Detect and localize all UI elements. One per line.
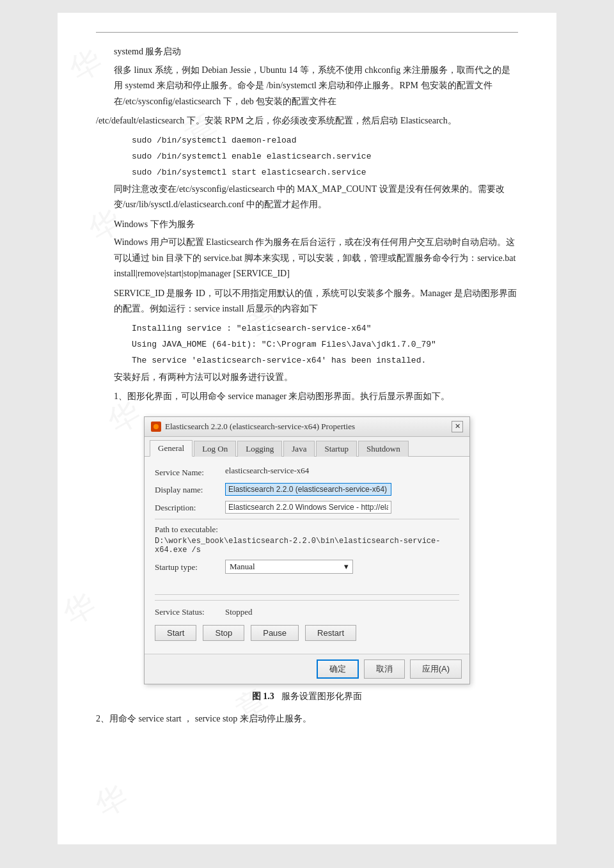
output-line-3: The service 'elasticsearch-service-x64' … (132, 353, 518, 368)
action-buttons-row: Start Stop Pause Restart (155, 625, 459, 641)
para-systemd-1: 很多 linux 系统，例如 Debian Jessie，Ubuntu 14 等… (114, 63, 518, 110)
cmd-start: sudo /bin/systemctl start elasticsearch.… (132, 165, 518, 180)
display-name-row: Display name: (155, 483, 459, 496)
dialog-titlebar: Elasticsearch 2.2.0 (elasticsearch-servi… (145, 417, 469, 437)
description-row: Description: (155, 501, 459, 514)
status-section: Service Status: Stopped Start Stop Pause… (155, 600, 459, 641)
display-name-input[interactable] (225, 483, 391, 496)
tab-general[interactable]: General (150, 440, 193, 457)
app-icon-svg (153, 423, 159, 430)
section-systemd-title: systemd 服务启动 (114, 44, 518, 60)
output-line-1: Installing service : "elasticsearch-serv… (132, 321, 518, 336)
divider-2 (155, 594, 459, 595)
para-windows-2: SERVICE_ID 是服务 ID，可以不用指定用默认的值，系统可以安装多个服务… (114, 286, 518, 317)
service-name-value: elasticsearch-service-x64 (225, 466, 309, 476)
tab-logon[interactable]: Log On (194, 441, 236, 457)
stop-button[interactable]: Stop (203, 625, 244, 641)
dialog-footer: 确定 取消 应用(A) (145, 654, 469, 684)
para-windows-1: Windows 用户可以配置 Elasticsearch 作为服务在后台运行，或… (114, 235, 518, 282)
output-line-2: Using JAVA_HOME (64-bit): "C:\Program Fi… (132, 337, 518, 352)
dialog-title-text: Elasticsearch 2.2.0 (elasticsearch-servi… (165, 422, 355, 432)
pause-button[interactable]: Pause (251, 625, 299, 641)
service-name-label: Service Name: (155, 466, 225, 478)
para-fig-intro: 1、图形化界面，可以用命令 service manager 来启动图形界面。执行… (114, 389, 518, 405)
para-systemd-3: 同时注意改变在/etc/sysconfig/elasticsearch 中的 M… (114, 182, 518, 213)
startup-type-row: Startup type: Manual ▾ (155, 560, 459, 574)
divider-1 (155, 519, 459, 519)
tab-java[interactable]: Java (283, 441, 315, 457)
service-status-label: Service Status: (155, 607, 225, 617)
tab-startup[interactable]: Startup (316, 441, 357, 457)
para-systemd-2: /etc/default/elasticsearch 下。安装 RPM 之后，你… (96, 113, 518, 129)
cmd-enable: sudo /bin/systemctl enable elasticsearch… (132, 149, 518, 164)
cancel-button[interactable]: 取消 (364, 659, 405, 679)
dialog-wrapper: Elasticsearch 2.2.0 (elasticsearch-servi… (96, 416, 518, 684)
output-line-4: 安装好后，有两种方法可以对服务进行设置。 (114, 370, 518, 386)
cmd-daemon-reload: sudo /bin/systemctl daemon-reload (132, 133, 518, 148)
dialog-title-left: Elasticsearch 2.2.0 (elasticsearch-servi… (151, 422, 355, 432)
top-divider (96, 32, 518, 33)
svg-point-0 (154, 424, 159, 429)
service-status-row: Service Status: Stopped (155, 607, 459, 617)
startup-type-label: Startup type: (155, 560, 225, 572)
ok-button[interactable]: 确定 (317, 659, 359, 679)
description-label: Description: (155, 501, 225, 513)
figure-text: 服务设置图形化界面 (281, 691, 362, 701)
dialog-tabs: General Log On Logging Java Startup Shut… (145, 437, 469, 457)
description-input[interactable] (225, 501, 391, 514)
figure-number: 图 1.3 (252, 691, 274, 701)
startup-type-selected: Manual (230, 562, 255, 572)
restart-button[interactable]: Restart (305, 625, 356, 641)
para-final: 2、用命令 service start ， service stop 来启动停止… (96, 711, 518, 727)
path-value: D:\work\es_book\elasticsearch-2.2.0\bin\… (155, 537, 459, 555)
start-button[interactable]: Start (155, 625, 196, 641)
tab-logging[interactable]: Logging (237, 441, 282, 457)
tab-shutdown[interactable]: Shutdown (358, 441, 409, 457)
dialog-close-button[interactable]: ✕ (452, 421, 463, 432)
path-label: Path to executable: (155, 525, 459, 535)
service-name-row: Service Name: elasticsearch-service-x64 (155, 466, 459, 478)
properties-dialog: Elasticsearch 2.2.0 (elasticsearch-servi… (144, 416, 470, 684)
display-name-label: Display name: (155, 483, 225, 495)
dialog-body: Service Name: elasticsearch-service-x64 … (145, 457, 469, 654)
service-status-value: Stopped (225, 607, 253, 617)
figure-caption: 图 1.3 服务设置图形化界面 (96, 691, 518, 702)
startup-type-select[interactable]: Manual ▾ (225, 560, 353, 574)
path-row: Path to executable: D:\work\es_book\elas… (155, 525, 459, 555)
chevron-down-icon: ▾ (344, 562, 349, 572)
dialog-app-icon (151, 422, 161, 432)
apply-button[interactable]: 应用(A) (410, 659, 462, 679)
section-windows-title: Windows 下作为服务 (114, 217, 518, 233)
